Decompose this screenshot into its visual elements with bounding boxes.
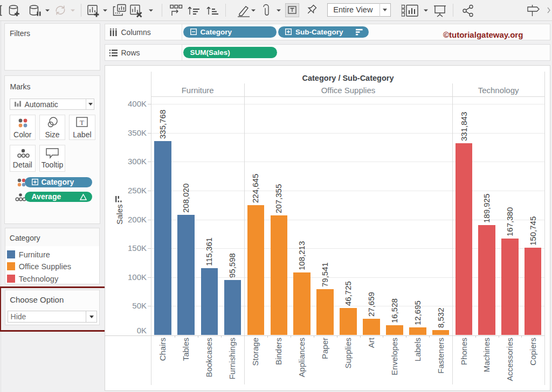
svg-text:T: T: [80, 118, 84, 127]
